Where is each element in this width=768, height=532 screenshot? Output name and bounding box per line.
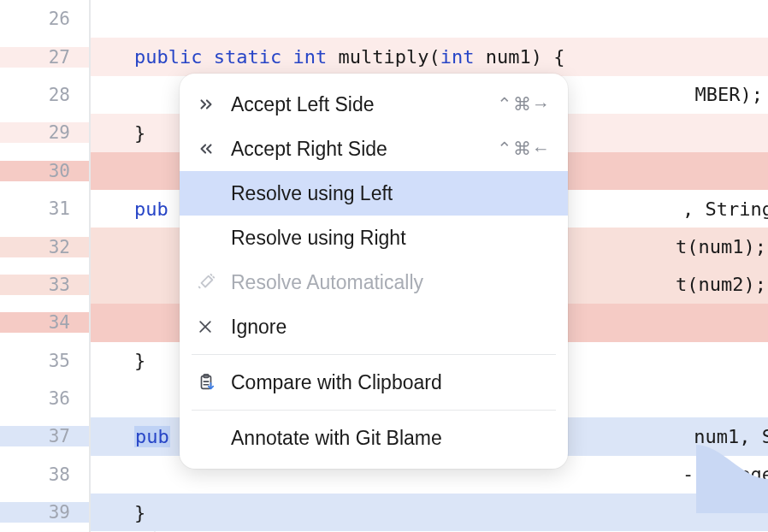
menu-label: Accept Left Side xyxy=(231,93,497,116)
brace: } xyxy=(89,502,145,523)
function-name: multiply xyxy=(338,46,428,68)
line-number: 29 xyxy=(0,122,89,143)
line-number: 27 xyxy=(0,47,89,68)
line-number: 30 xyxy=(0,161,89,181)
keyword: pub xyxy=(134,426,170,447)
keyword: public xyxy=(134,46,202,68)
menu-label: Resolve Automatically xyxy=(231,271,551,294)
code-fragment: , String xyxy=(682,198,768,220)
menu-resolve-left[interactable]: Resolve using Left xyxy=(180,171,568,216)
clipboard-icon xyxy=(197,373,231,392)
line-number: 37 xyxy=(0,426,89,446)
menu-accept-right[interactable]: Accept Right Side ⌃⌘← xyxy=(180,127,568,171)
code-line: 27 public static int multiply(int num1) … xyxy=(0,38,768,75)
line-number: 31 xyxy=(0,198,89,219)
menu-git-blame[interactable]: Annotate with Git Blame xyxy=(180,416,568,460)
keyboard-shortcut: ⌃⌘→ xyxy=(497,94,551,115)
line-number: 28 xyxy=(0,85,89,105)
brace: } xyxy=(89,122,145,144)
paren: ( xyxy=(428,46,440,68)
code-line: 39 } xyxy=(0,494,768,531)
menu-separator xyxy=(192,410,556,411)
menu-ignore[interactable]: Ignore xyxy=(180,304,568,349)
menu-resolve-right[interactable]: Resolve using Right xyxy=(180,216,568,260)
menu-label: Compare with Clipboard xyxy=(231,371,551,394)
menu-label: Resolve using Right xyxy=(231,227,551,250)
line-number: 26 xyxy=(0,9,89,29)
magic-wand-icon xyxy=(197,273,231,292)
keyboard-shortcut: ⌃⌘← xyxy=(497,139,551,159)
line-number: 39 xyxy=(0,502,89,523)
menu-compare-clipboard[interactable]: Compare with Clipboard xyxy=(180,360,568,405)
code-fragment: MBER); xyxy=(695,84,763,105)
menu-accept-left[interactable]: Accept Left Side ⌃⌘→ xyxy=(180,82,568,127)
diff-connector xyxy=(696,445,768,513)
code-fragment: t(num2); xyxy=(676,274,766,295)
menu-label: Ignore xyxy=(231,316,551,339)
chevrons-right-icon xyxy=(197,95,231,114)
menu-label: Resolve using Left xyxy=(231,182,551,205)
line-content[interactable] xyxy=(89,0,768,38)
line-number: 33 xyxy=(0,275,89,295)
keyword: static xyxy=(214,46,281,68)
keyword: int xyxy=(440,46,475,68)
keyword: int xyxy=(292,46,327,68)
code-fragment: t(num1); xyxy=(676,236,766,257)
context-menu: Accept Left Side ⌃⌘→ Accept Right Side ⌃… xyxy=(180,74,568,469)
x-icon xyxy=(197,318,231,335)
line-number: 34 xyxy=(0,312,89,333)
menu-separator xyxy=(192,354,556,355)
param: num1) { xyxy=(474,46,564,68)
keyword: pub xyxy=(134,198,168,220)
line-number: 35 xyxy=(0,351,89,371)
menu-resolve-auto: Resolve Automatically xyxy=(180,260,568,304)
chevrons-left-icon xyxy=(197,139,231,158)
line-content[interactable]: } xyxy=(89,494,768,531)
gutter-border xyxy=(89,0,91,532)
menu-label: Accept Right Side xyxy=(231,138,497,161)
menu-label: Annotate with Git Blame xyxy=(231,427,551,450)
brace: } xyxy=(89,350,145,371)
line-number: 38 xyxy=(0,464,89,485)
code-line: 26 xyxy=(0,0,768,38)
line-content[interactable]: public static int multiply(int num1) { xyxy=(89,38,768,75)
line-number: 32 xyxy=(0,237,89,257)
line-number: 36 xyxy=(0,388,89,409)
